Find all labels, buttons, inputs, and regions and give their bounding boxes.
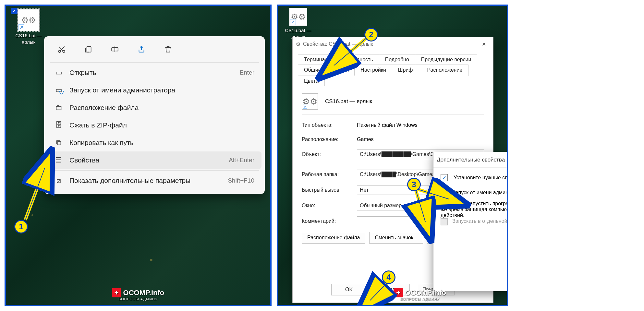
svg-point-0 (58, 50, 61, 53)
workdir-label: Рабочая папка: (302, 172, 357, 177)
gears-icon: ⚙⚙ (21, 15, 36, 25)
step-badge-1: 1 (14, 220, 28, 233)
desktop-shortcut[interactable]: ✔ ⚙⚙ ↗ CS16.bat — ярлык (12, 9, 45, 45)
ctx-run-as-admin[interactable]: ▭ Запуск от имени администратора (47, 81, 261, 99)
hotkey-label: Быстрый вызов: (302, 187, 357, 193)
location-label: Расположение: (302, 137, 357, 142)
heading-check-icon: ✓ (441, 174, 448, 181)
share-icon[interactable] (135, 43, 148, 56)
watermark: +OCOMP.info ВОПРОСЫ АДМИНУ (394, 289, 446, 301)
selection-check-icon: ✔ (11, 8, 18, 14)
svg-point-1 (63, 50, 65, 53)
tab-font[interactable]: Шрифт (392, 65, 421, 76)
shortcut-name: CS16.bat — ярлык (325, 98, 372, 105)
shortcut-label: CS16.bat — ярлык (12, 32, 45, 45)
folder-icon: 🗀 (55, 103, 63, 112)
tab-colors[interactable]: Цвета (298, 76, 325, 86)
desktop-shortcut-right[interactable]: ⚙⚙ ↗ CS16.bat — ярлык (282, 8, 314, 40)
delete-icon[interactable] (162, 43, 175, 56)
ctx-compress-zip[interactable]: 🗄 Сжать в ZIP-файл (47, 116, 261, 134)
shortcut-arrow-icon: ↗ (18, 24, 24, 30)
run-as-admin-description: Позволяет запустить программу от имени а… (441, 201, 508, 218)
properties-ok-button[interactable]: OK (331, 284, 367, 295)
admin-shield-icon: ▭ (55, 86, 63, 94)
tab-settings[interactable]: Настройки (354, 65, 392, 76)
separate-memory-label: Запускать в отдельной области памяти (452, 218, 508, 224)
cut-icon[interactable] (55, 43, 68, 56)
ctx-copy-as-path[interactable]: ⧉ Копировать как путь (47, 134, 261, 151)
properties-icon: ☰ (55, 156, 63, 164)
change-icon-button[interactable]: Сменить значок... (369, 232, 423, 244)
shortcut-arrow-icon: ↗ (303, 104, 307, 109)
separate-memory-checkbox (441, 218, 448, 225)
open-icon: ▭ (55, 68, 63, 77)
svg-rect-2 (87, 46, 91, 52)
ctx-properties[interactable]: ☰ Свойства Alt+Enter (47, 151, 261, 169)
tab-previous-versions[interactable]: Предыдущие версии (415, 54, 478, 65)
tab-shortcut[interactable]: Ярлык (327, 65, 355, 76)
context-menu: ▭ Открыть Enter ▭ Запуск от имени админи… (44, 36, 265, 194)
plus-icon: + (112, 288, 121, 297)
advanced-title: Дополнительные свойства (437, 157, 505, 163)
gears-icon: ⚙ (296, 41, 300, 47)
shortcut-thumb: ⚙⚙ ↗ (289, 8, 307, 26)
copy-icon[interactable] (82, 43, 95, 56)
screenshot-right: ⚙⚙ ↗ CS16.bat — ярлык ⚙ Свойства: CS16.b… (277, 5, 508, 306)
tab-details[interactable]: Подробно (379, 54, 415, 65)
rename-icon[interactable] (108, 43, 121, 56)
step-badge-2: 2 (364, 28, 378, 42)
run-as-admin-label: Запуск от имени администратора (452, 190, 508, 196)
plus-icon: + (394, 288, 403, 297)
tab-layout[interactable]: Расположение (421, 65, 468, 76)
target-label: Объект: (302, 151, 357, 157)
watermark: +OCOMP.info ВОПРОСЫ АДМИНУ (112, 289, 164, 301)
type-value: Пакетный файл Windows (357, 121, 484, 129)
tab-terminal[interactable]: Терминал (298, 54, 334, 65)
shortcut-arrow-icon: ↗ (290, 19, 296, 25)
shortcut-icon-large: ⚙⚙ ↗ (302, 93, 318, 110)
zip-icon: 🗄 (55, 121, 63, 129)
step-badge-3: 3 (407, 178, 421, 191)
path-icon: ⧉ (55, 138, 63, 147)
ctx-open[interactable]: ▭ Открыть Enter (47, 64, 261, 81)
tab-general[interactable]: Общие (298, 65, 327, 76)
shortcut-thumb: ⚙⚙ ↗ (18, 9, 40, 31)
properties-titlebar[interactable]: ⚙ Свойства: CS16.bat — ярлык ✕ (293, 37, 493, 51)
run-as-admin-checkbox[interactable]: ✓ (441, 190, 448, 197)
step-badge-4: 4 (382, 270, 395, 284)
ctx-file-location[interactable]: 🗀 Расположение файла (47, 99, 261, 116)
more-icon: ⧄ (55, 176, 63, 185)
tab-security[interactable]: Безопасность (334, 54, 379, 65)
ctx-show-more-options[interactable]: ⧄ Показать дополнительные параметры Shif… (47, 172, 261, 189)
type-label: Тип объекта: (302, 122, 357, 128)
file-location-button[interactable]: Расположение файла (302, 232, 365, 244)
properties-tabs: Терминал Безопасность Подробно Предыдущи… (293, 51, 493, 86)
screenshot-left: ✔ ⚙⚙ ↗ CS16.bat — ярлык ▭ (5, 5, 272, 306)
location-value: Games (357, 135, 484, 144)
advanced-properties-dialog: Дополнительные свойства ✕ ✓ Установите н… (433, 152, 508, 291)
properties-title: Свойства: CS16.bat — ярлык (303, 41, 373, 47)
comment-label: Комментарий: (302, 218, 357, 224)
close-icon[interactable]: ✕ (478, 40, 490, 49)
window-label: Окно: (302, 203, 357, 209)
advanced-heading: Установите нужные свойства для этого ярл… (454, 175, 508, 181)
